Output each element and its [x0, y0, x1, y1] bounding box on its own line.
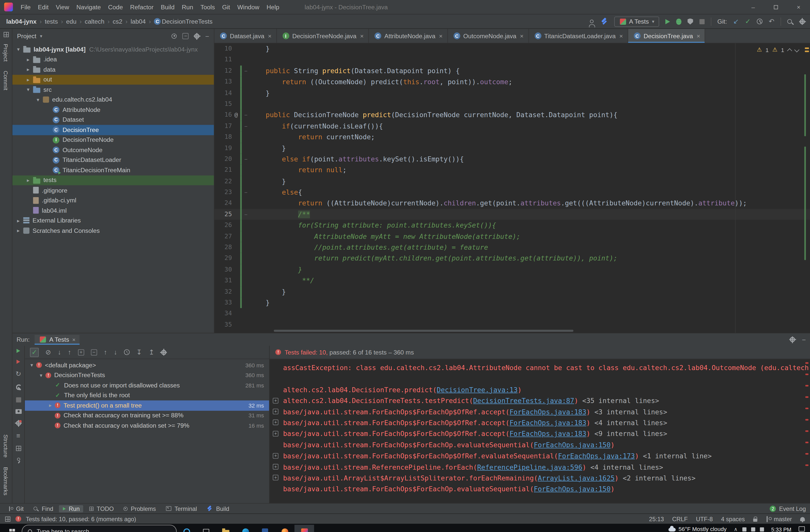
project-tree-item[interactable]: CTitanicDatasetLoader [12, 155, 214, 165]
toolwindow-button-problems[interactable]: Problems [119, 505, 160, 512]
word-button[interactable] [255, 525, 275, 532]
stack-trace-link[interactable]: DecisionTree.java:13 [437, 386, 518, 394]
toolwindow-stripe-bookmarks[interactable]: Bookmarks [3, 467, 9, 495]
toolwindow-stripe-project[interactable]: Project [3, 44, 9, 61]
code-line[interactable]: 31 **/ [214, 275, 810, 286]
close-icon[interactable]: × [268, 32, 272, 39]
stack-trace-link[interactable]: ForEachOps.java:150 [534, 441, 611, 449]
close-button[interactable]: × [787, 0, 810, 14]
run-tab[interactable]: A Tests × [35, 335, 80, 344]
chevron-right-icon[interactable]: ▸ [24, 67, 32, 72]
task-view-button[interactable] [196, 525, 216, 532]
project-tree-item[interactable]: .gitlab-ci.yml [12, 195, 214, 205]
project-tree-item[interactable]: COutcomeNode [12, 145, 214, 155]
code-line[interactable]: 21 return null; [214, 165, 810, 176]
override-icon[interactable]: @ [232, 110, 240, 121]
project-tree-item[interactable]: ▾src [12, 85, 214, 95]
file-encoding[interactable]: UTF-8 [696, 516, 713, 522]
test-tree-item[interactable]: !Check that accuracy on validation set >… [25, 421, 269, 431]
code-line[interactable]: 12− public String predict(Dataset.Datapo… [214, 65, 810, 77]
menu-item-help[interactable]: Help [263, 3, 283, 11]
menu-item-git[interactable]: Git [218, 3, 233, 11]
warning-mark[interactable] [805, 51, 809, 52]
expand-icon[interactable]: + [273, 464, 278, 470]
expand-all-icon[interactable]: + [78, 349, 84, 355]
fold-icon[interactable]: − [242, 121, 249, 132]
code-line[interactable]: 22 } [214, 176, 810, 187]
console-line[interactable]: base/java.util.stream.ForEachOps$ForEach… [270, 439, 810, 451]
collapse-all-icon[interactable]: − [183, 33, 189, 39]
test-tree-item[interactable]: ▸!Test predict() on a small tree32 ms [25, 400, 269, 411]
user-icon[interactable] [590, 20, 593, 23]
project-tree-item[interactable]: CAttributeNode [12, 105, 214, 115]
tray-expand-icon[interactable]: ∧ [734, 526, 738, 532]
editor-tab[interactable]: CTitanicDatasetLoader.java× [529, 29, 628, 43]
console-line[interactable]: +base/java.util.stream.ReferencePipeline… [270, 462, 810, 473]
fold-icon[interactable]: − [242, 187, 249, 198]
taskbar-search-box[interactable]: Type here to search [22, 525, 177, 532]
chevron-down-icon[interactable]: ▾ [24, 87, 32, 93]
code-line[interactable]: 28 //point.attributes.get(attribute) = f… [214, 242, 810, 253]
console-line[interactable]: +base/java.util.stream.ForEachOps$ForEac… [270, 417, 810, 428]
close-icon[interactable]: × [360, 32, 363, 39]
chevron-right-icon[interactable]: ▸ [14, 228, 22, 234]
stop-process-button[interactable] [16, 397, 21, 402]
test-tree-item[interactable]: ✓The only field is the root [25, 390, 269, 400]
chevron-down-icon[interactable]: ▾ [34, 97, 42, 103]
close-icon[interactable]: × [72, 337, 76, 343]
chevron-down-icon[interactable]: ▾ [40, 33, 42, 39]
toggle-auto-test-icon[interactable]: ↻ [16, 370, 21, 377]
debug-button[interactable] [676, 18, 681, 24]
code-editor[interactable]: 10 }1112− public String predict(Dataset.… [214, 43, 810, 333]
code-line[interactable]: 33 } [214, 297, 810, 308]
stack-trace-link[interactable]: ForEachOps.java:183 [509, 430, 586, 438]
code-line[interactable]: 24 return ((AttributeNode)currentNode).c… [214, 198, 810, 209]
menu-item-refactor[interactable]: Refactor [127, 3, 157, 11]
test-history-icon[interactable] [124, 349, 130, 355]
toolwindow-button-build[interactable]: Build [202, 504, 233, 512]
editor-tab[interactable]: CDecisionTree.java× [628, 29, 705, 43]
event-log-button[interactable]: Event Log [779, 505, 806, 512]
console-line[interactable]: altech.cs2.lab04.DecisionTree.predict(De… [270, 384, 810, 396]
start-button[interactable] [2, 525, 22, 532]
code-line[interactable]: 27 AttributeNode myAtt = new AttributeNo… [214, 231, 810, 242]
minimize-button[interactable]: – [742, 0, 764, 14]
project-tree-item[interactable]: IDecisionTreeNode [12, 135, 214, 145]
project-tree-item[interactable]: CTitanicDecisionTreeMain [12, 165, 214, 175]
project-tree-item[interactable]: ▸data [12, 65, 214, 75]
console-line[interactable]: +base/java.util.stream.ForEachOps$ForEac… [270, 451, 810, 462]
commit-button[interactable]: ✓ [745, 18, 751, 25]
menu-item-tools[interactable]: Tools [197, 3, 218, 11]
editor-tab[interactable]: COutcomeNode.java× [448, 29, 529, 43]
menu-item-view[interactable]: View [52, 3, 73, 11]
menu-item-window[interactable]: Window [234, 3, 263, 11]
run-settings-gear-icon[interactable] [790, 337, 795, 342]
code-line[interactable]: 25− /** [214, 209, 810, 220]
firefox-button[interactable] [275, 525, 294, 532]
fold-icon[interactable]: − [242, 209, 249, 220]
code-line[interactable]: 10 } [214, 43, 810, 54]
update-project-button[interactable]: ↙ [733, 18, 739, 25]
test-settings-wrench-icon[interactable] [15, 384, 22, 391]
chevron-right-icon[interactable]: ▸ [24, 56, 32, 62]
breadcrumb-item[interactable]: lab04-jynx [5, 18, 38, 25]
code-line[interactable]: 20− else if(point.attributes.keySet().is… [214, 154, 810, 165]
toolwindow-stripe-commit[interactable]: Commit [3, 71, 9, 90]
prev-problem-icon[interactable] [787, 48, 792, 53]
project-tree-item[interactable]: CDataset [12, 115, 214, 125]
tray-icon[interactable] [751, 527, 755, 531]
code-line[interactable]: 14 } [214, 87, 810, 99]
sort-by-duration-icon[interactable]: ↑ [68, 349, 71, 355]
code-line[interactable]: 29 return predict(myAtt.children.get(poi… [214, 253, 810, 264]
menu-item-edit[interactable]: Edit [34, 3, 52, 11]
chevron-right-icon[interactable]: ▸ [24, 77, 32, 82]
rollback-button[interactable]: ↶ [769, 18, 774, 25]
search-everywhere-icon[interactable] [787, 19, 792, 23]
code-line[interactable]: 34 [214, 308, 810, 319]
horizontal-scrollbar[interactable] [274, 330, 573, 332]
toolwindow-button-find[interactable]: Find [29, 505, 57, 512]
stack-trace-link[interactable]: ForEachOps.java:150 [534, 485, 611, 493]
project-settings-gear-icon[interactable] [195, 33, 200, 39]
inspections-widget[interactable]: ⚠ 1 ⚠ 1 [757, 47, 799, 53]
toolwindow-button-terminal[interactable]: Terminal [162, 505, 200, 512]
